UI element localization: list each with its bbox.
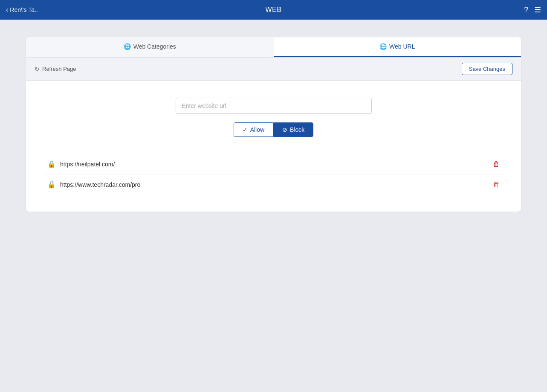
block-button[interactable]: ⊘ Block [273,122,313,137]
web-url-icon: 🌐 [379,43,387,50]
website-url-input[interactable] [176,98,372,114]
tab-bar: 🌐 Web Categories 🌐 Web URL [26,37,521,58]
action-buttons: ✓ Allow ⊘ Block [234,122,314,137]
back-button[interactable]: ‹ Ren\'s Ta.. [6,6,38,14]
delete-url-button-1[interactable]: 🗑 [493,181,500,189]
tab-web-url-label: Web URL [389,43,415,50]
web-categories-icon: 🌐 [124,43,131,50]
block-label: Block [290,126,304,133]
block-icon: ⊘ [282,126,287,133]
refresh-icon: ↻ [35,66,40,73]
delete-url-button-0[interactable]: 🗑 [493,160,500,168]
tab-web-categories-label: Web Categories [133,43,176,50]
back-label: Ren\'s Ta.. [10,6,38,13]
allow-button[interactable]: ✓ Allow [234,122,273,137]
content-card: 🌐 Web Categories 🌐 Web URL ↻ Refresh Pag… [26,37,521,212]
menu-icon[interactable]: ☰ [534,5,541,15]
url-left-content: 🔒 https://neilpatel.com/ [47,160,115,168]
refresh-label: Refresh Page [42,66,76,72]
chevron-left-icon: ‹ [6,6,8,14]
save-changes-button[interactable]: Save Changes [462,63,512,75]
page-title: WEB [266,6,282,14]
toolbar: ↻ Refresh Page Save Changes [26,58,521,81]
url-list-item: 🔒 https://www.techradar.com/pro 🗑 [43,174,504,195]
tab-content: ✓ Allow ⊘ Block 🔒 https://neilpatel.com/ [26,81,521,212]
url-list-item: 🔒 https://neilpatel.com/ 🗑 [43,154,504,174]
allow-label: Allow [250,126,264,133]
app-header: ‹ Ren\'s Ta.. WEB ? ☰ [0,0,547,20]
lock-green-icon: 🔒 [47,180,56,189]
url-list: 🔒 https://neilpatel.com/ 🗑 🔒 https://www… [35,154,512,195]
lock-red-icon: 🔒 [47,160,56,168]
checkmark-icon: ✓ [243,126,248,133]
header-actions: ? ☰ [524,5,541,15]
url-input-area: ✓ Allow ⊘ Block [35,98,512,137]
url-text: https://www.techradar.com/pro [60,181,140,188]
main-content: 🌐 Web Categories 🌐 Web URL ↻ Refresh Pag… [0,20,547,229]
url-text: https://neilpatel.com/ [60,161,115,168]
tab-web-url[interactable]: 🌐 Web URL [274,37,521,57]
tab-web-categories[interactable]: 🌐 Web Categories [26,37,274,57]
help-icon[interactable]: ? [524,6,528,15]
url-left-content: 🔒 https://www.techradar.com/pro [47,180,140,189]
refresh-button[interactable]: ↻ Refresh Page [35,66,76,73]
